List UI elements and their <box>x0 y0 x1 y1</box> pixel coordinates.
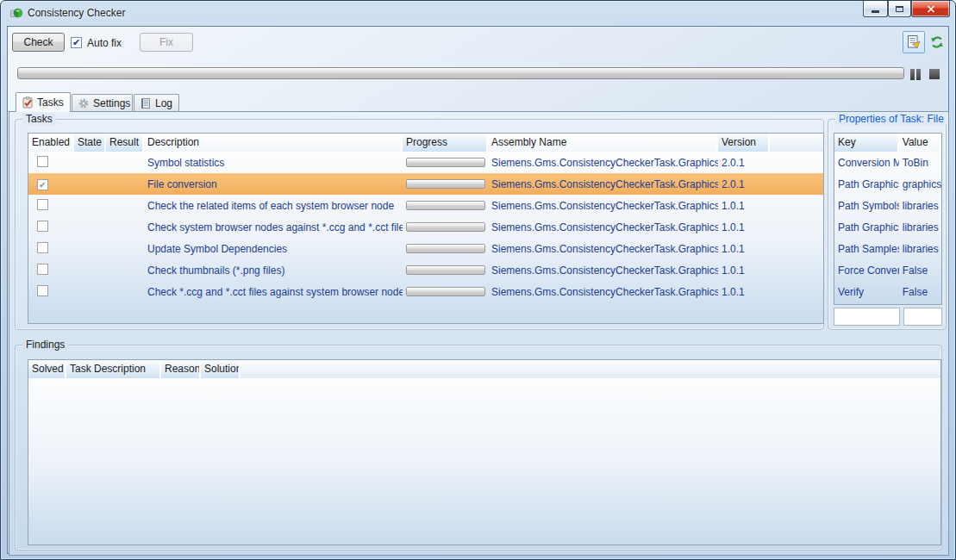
property-row[interactable]: Path Graphics graphics <box>834 173 941 195</box>
table-row[interactable]: Check thumbnails (*.png files) Siemens.G… <box>28 259 823 281</box>
table-row[interactable]: Check *.ccg and *.cct files against syst… <box>28 281 823 302</box>
column-header-key[interactable]: Key <box>834 134 899 152</box>
new-property-key-input[interactable] <box>834 308 900 326</box>
task-version: 1.0.1 <box>718 286 770 298</box>
property-value: libraries <box>899 221 941 233</box>
findings-groupbox: Findings Solved Task Description Reason … <box>15 345 942 551</box>
tab-tasks[interactable]: Tasks <box>16 92 71 112</box>
column-header-result[interactable]: Result <box>106 134 144 152</box>
fix-button[interactable]: Fix <box>140 33 193 52</box>
task-progress-bar <box>406 222 485 232</box>
task-progress-bar <box>406 287 485 296</box>
column-header-solution[interactable]: Solution <box>201 360 241 378</box>
app-window: Consistency Checker Check ✔ Auto fix Fix <box>0 0 956 560</box>
task-description: Update Symbol Dependencies <box>144 243 403 255</box>
task-enabled-checkbox[interactable] <box>37 242 48 253</box>
task-enabled-checkbox[interactable] <box>37 221 48 232</box>
task-description: Check thumbnails (*.png files) <box>144 264 403 277</box>
column-header-state[interactable]: State <box>74 134 106 152</box>
refresh-button[interactable] <box>928 33 947 52</box>
tasks-table-header: Enabled State Result Description Progres… <box>28 134 823 152</box>
property-value: libraries <box>899 200 941 212</box>
column-header-enabled[interactable]: Enabled <box>28 134 74 152</box>
task-assembly-name: Siemens.Gms.ConsistencyCheckerTask.Graph… <box>488 264 718 277</box>
refresh-icon <box>930 35 944 49</box>
gear-icon <box>78 97 90 109</box>
task-version: 1.0.1 <box>718 243 770 255</box>
properties-groupbox: Properties of Task: File Key Value Conve… <box>828 119 947 330</box>
pause-button[interactable] <box>909 68 922 80</box>
close-icon <box>927 5 935 13</box>
column-header-value[interactable]: Value <box>899 134 941 152</box>
table-row[interactable]: Check the related items of each system b… <box>28 195 823 216</box>
task-description: Check the related items of each system b… <box>144 200 403 212</box>
property-value: libraries <box>899 243 941 255</box>
close-button[interactable] <box>911 1 950 17</box>
maximize-button[interactable] <box>888 1 911 17</box>
minimize-button[interactable] <box>863 1 888 17</box>
properties-table: Key Value Conversion Mode ToBin Path Gra… <box>834 133 942 305</box>
column-header-filler <box>770 134 823 152</box>
edit-report-icon <box>906 34 922 50</box>
task-enabled-checkbox[interactable] <box>37 264 48 275</box>
property-key: Verify <box>834 286 899 298</box>
column-header-solved[interactable]: Solved <box>28 360 66 378</box>
task-progress-bar <box>406 244 485 253</box>
column-header-progress[interactable]: Progress <box>403 134 488 152</box>
column-header-assembly-name[interactable]: Assembly Name <box>488 134 718 152</box>
property-row[interactable]: Conversion Mode ToBin <box>834 152 941 173</box>
tab-settings-label: Settings <box>93 97 130 109</box>
check-button[interactable]: Check <box>12 33 65 52</box>
autofix-label: Auto fix <box>87 37 122 49</box>
task-description: Check *.ccg and *.cct files against syst… <box>144 286 403 298</box>
table-row-selected[interactable]: ✔ File conversion Siemens.Gms.Consistenc… <box>28 173 823 195</box>
table-row[interactable]: Check system browser nodes against *.ccg… <box>28 216 823 238</box>
tasks-tab-content: Tasks Enabled State Result Description P… <box>9 111 949 556</box>
task-enabled-checkbox[interactable]: ✔ <box>37 179 48 190</box>
tab-log[interactable]: Log <box>134 94 179 112</box>
property-value: False <box>899 286 941 298</box>
property-row[interactable]: Verify False <box>834 281 941 302</box>
property-key: Force Conversion <box>834 264 899 277</box>
column-header-version[interactable]: Version <box>718 134 770 152</box>
property-key: Path Graphics <box>834 178 899 190</box>
column-header-reason[interactable]: Reason <box>161 360 201 378</box>
properties-table-header: Key Value <box>834 134 941 152</box>
findings-table-header: Solved Task Description Reason Solution <box>28 360 940 378</box>
property-row[interactable]: Path Samples libraries <box>834 238 941 259</box>
tasks-group-title: Tasks <box>22 113 56 125</box>
property-row[interactable]: Path Graphics libraries <box>834 216 941 238</box>
task-assembly-name: Siemens.Gms.ConsistencyCheckerTask.Graph… <box>488 200 718 212</box>
table-row[interactable]: Symbol statistics Siemens.Gms.Consistenc… <box>28 152 823 173</box>
edit-report-button[interactable] <box>903 31 925 53</box>
property-row[interactable]: Force Conversion False <box>834 259 941 281</box>
stop-button[interactable] <box>928 68 940 80</box>
column-header-description[interactable]: Description <box>144 134 403 152</box>
tasks-table: Enabled State Result Description Progres… <box>28 133 824 324</box>
task-description: Check system browser nodes against *.ccg… <box>144 221 403 233</box>
tab-settings[interactable]: Settings <box>72 94 133 112</box>
maximize-icon <box>896 6 903 12</box>
task-enabled-checkbox[interactable] <box>37 199 48 210</box>
minimize-icon <box>872 10 879 13</box>
findings-table: Solved Task Description Reason Solution <box>28 359 941 545</box>
task-progress-bar <box>406 179 485 189</box>
task-version: 1.0.1 <box>718 221 770 233</box>
tasks-clipboard-icon <box>22 96 34 109</box>
new-property-value-input[interactable] <box>903 308 942 326</box>
table-row[interactable]: Update Symbol Dependencies Siemens.Gms.C… <box>28 238 823 259</box>
stop-icon <box>929 69 940 79</box>
properties-group-title: Properties of Task: File <box>835 113 947 125</box>
titlebar[interactable]: Consistency Checker <box>1 1 955 26</box>
task-enabled-checkbox[interactable] <box>37 156 48 167</box>
task-progress-bar <box>406 201 485 210</box>
property-key: Conversion Mode <box>834 157 899 169</box>
property-row[interactable]: Path Symbols libraries <box>834 195 941 216</box>
consistency-checker-app-icon <box>9 6 23 20</box>
task-version: 1.0.1 <box>718 200 770 212</box>
task-version: 2.0.1 <box>718 157 770 169</box>
autofix-checkbox[interactable]: ✔ <box>71 37 82 48</box>
task-enabled-checkbox[interactable] <box>37 285 48 296</box>
column-header-task-description[interactable]: Task Description <box>66 360 161 378</box>
log-notebook-icon <box>140 97 152 109</box>
